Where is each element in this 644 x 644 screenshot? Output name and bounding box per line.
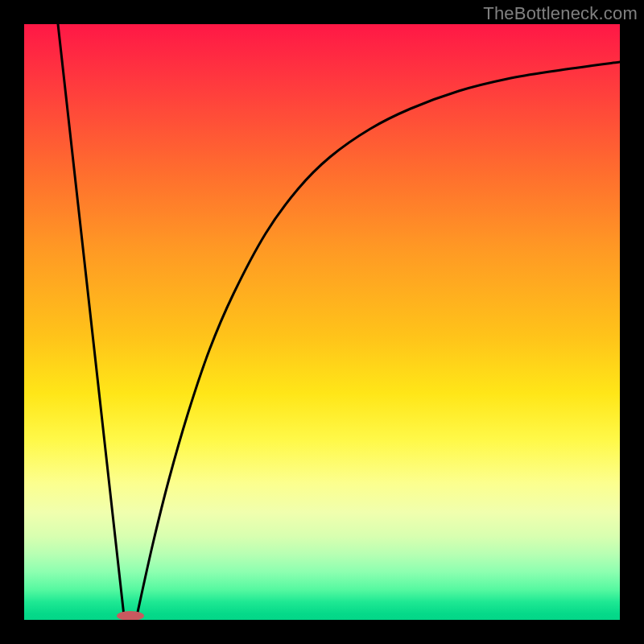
watermark-text: TheBottleneck.com xyxy=(483,3,638,24)
curve-svg xyxy=(24,24,620,620)
right-curve-path xyxy=(137,62,620,616)
left-segment-path xyxy=(58,24,124,616)
chart-frame: TheBottleneck.com xyxy=(0,0,644,644)
minimum-marker xyxy=(117,611,144,620)
plot-area xyxy=(24,24,620,620)
